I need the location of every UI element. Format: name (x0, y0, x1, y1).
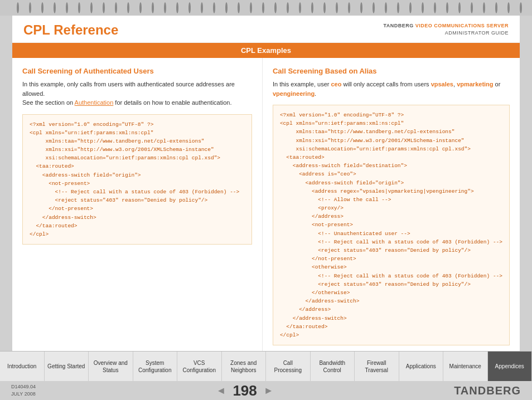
company-name: TANDBERG (383, 23, 413, 28)
spiral (336, 2, 338, 13)
doc-date: JULY 2008 (11, 391, 36, 397)
spiral-binding (0, 0, 532, 16)
guide-name: ADMINISTRATOR GUIDE (445, 30, 509, 36)
spiral (385, 2, 387, 13)
content-area: Call Screening of Authenticated Users In… (12, 58, 520, 354)
spiral (311, 2, 313, 13)
nav-item-bandwidth-control[interactable]: BandwidthControl (311, 352, 355, 381)
document: CPL Reference TANDBERG VIDEO COMMUNICATI… (12, 16, 520, 354)
navigation-bar: Introduction Getting Started Overview an… (0, 351, 532, 381)
spiral (17, 2, 19, 13)
product-name: VIDEO COMMUNICATIONS SERVER (415, 23, 509, 28)
user-vpengineering: vpengineering (273, 90, 315, 97)
nav-item-system-config[interactable]: SystemConfiguration (133, 352, 178, 381)
left-code-block: <?xml version="1.0" encoding="UTF-8" ?> … (22, 114, 252, 245)
nav-item-vcs-config[interactable]: VCSConfiguration (177, 352, 222, 381)
doc-id: D14049.04 (11, 384, 36, 389)
spiral (434, 2, 436, 13)
spiral (373, 2, 375, 13)
spiral (152, 2, 154, 13)
prev-page-button[interactable]: ◄ (216, 385, 226, 397)
left-description: In this example, only calls from users w… (22, 80, 252, 108)
spiral (29, 2, 31, 13)
spiral (520, 2, 522, 13)
spiral (127, 2, 129, 13)
spiral (201, 2, 203, 13)
spiral (397, 2, 399, 13)
spiral (323, 2, 326, 13)
spiral (41, 2, 43, 13)
doc-header: CPL Reference TANDBERG VIDEO COMMUNICATI… (12, 16, 520, 43)
user-ceo: ceo (331, 81, 341, 87)
section-banner: CPL Examples (12, 43, 520, 58)
spiral (238, 2, 240, 13)
spiral (103, 2, 105, 13)
spiral (225, 2, 228, 13)
spiral (66, 2, 68, 13)
user-vpsales: vpsales (431, 81, 453, 87)
left-column: Call Screening of Authenticated Users In… (12, 58, 263, 354)
nav-item-getting-started[interactable]: Getting Started (45, 352, 89, 381)
spiral (54, 2, 56, 13)
nav-item-maintenance[interactable]: Maintenance (443, 352, 488, 381)
nav-item-introduction[interactable]: Introduction (0, 352, 45, 381)
spiral (458, 2, 461, 13)
spiral (287, 2, 289, 13)
right-desc1: In this example, user (273, 81, 331, 87)
nav-item-call-processing[interactable]: CallProcessing (266, 352, 311, 381)
footer-doc-info: D14049.04 JULY 2008 (11, 383, 36, 398)
spiral (115, 2, 117, 13)
spiral (299, 2, 301, 13)
footer: D14049.04 JULY 2008 ◄ 198 ► TANDBERG (0, 381, 532, 400)
left-desc-text3: for details on how to enable authenticat… (113, 99, 231, 106)
left-desc-text2: See the section on (22, 99, 75, 106)
spiral (274, 2, 277, 13)
spiral (250, 2, 252, 13)
left-heading: Call Screening of Authenticated Users (22, 67, 252, 75)
footer-pagination: ◄ 198 ► (216, 382, 274, 399)
spiral (446, 2, 448, 13)
spiral (348, 2, 350, 13)
right-desc2: will only accept calls from users (341, 81, 431, 87)
spiral (483, 2, 485, 13)
spiral (90, 2, 93, 13)
brand-logo: TANDBERG (454, 384, 521, 397)
spiral (471, 2, 473, 13)
left-desc-text1: In this example, only calls from users w… (22, 81, 235, 97)
desc5: . (315, 90, 316, 97)
doc-title: CPL Reference (23, 22, 118, 38)
spiral (262, 2, 264, 13)
nav-item-zones-neighbors[interactable]: Zones andNeighbors (222, 352, 267, 381)
spiral (507, 2, 510, 13)
spiral (164, 2, 166, 13)
spiral (409, 2, 412, 13)
doc-subtitle: TANDBERG VIDEO COMMUNICATIONS SERVER ADM… (383, 22, 509, 36)
nav-item-firewall-traversal[interactable]: FirewallTraversal (355, 352, 399, 381)
next-page-button[interactable]: ► (264, 385, 274, 397)
right-description: In this example, user ceo will only acce… (273, 80, 510, 98)
spiral (213, 2, 215, 13)
right-code-block: <?xml version="1.0" encoding="UTF-8" ?> … (273, 105, 510, 345)
spiral (176, 2, 178, 13)
nav-item-appendices[interactable]: Appendices (488, 352, 533, 381)
right-heading: Call Screening Based on Alias (273, 67, 510, 75)
spiral (422, 2, 424, 13)
nav-item-applications[interactable]: Applications (399, 352, 444, 381)
spiral (188, 2, 191, 13)
page-number: 198 (233, 382, 257, 399)
spiral (360, 2, 362, 13)
right-column: Call Screening Based on Alias In this ex… (263, 58, 520, 354)
spiral (78, 2, 80, 13)
spiral (139, 2, 142, 13)
spiral (495, 2, 497, 13)
user-vpmarketing: vpmarketing (457, 81, 493, 87)
nav-item-overview-status[interactable]: Overview andStatus (89, 352, 133, 381)
desc4: or (494, 81, 501, 87)
auth-link[interactable]: Authentication (75, 99, 114, 106)
